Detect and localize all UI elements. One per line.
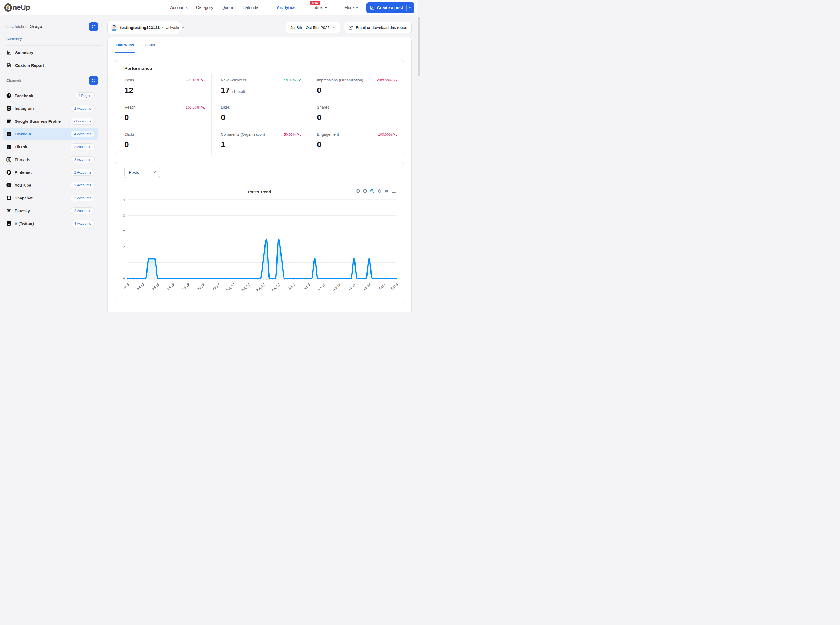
chevron-down-icon <box>181 26 184 28</box>
channel-label: Facebook <box>15 93 33 98</box>
oneup-logo[interactable]: neUp <box>4 3 55 12</box>
refresh-summary-button[interactable] <box>89 22 98 31</box>
svg-text:Sep 21: Sep 21 <box>346 283 356 292</box>
nav-item-label: Analytics <box>277 5 296 10</box>
svg-text:Aug 2: Aug 2 <box>196 283 205 291</box>
svg-text:P: P <box>8 171 10 174</box>
posts-trend-chart[interactable]: 012234Jul 8Jul 13Jul 18Jul 23Jul 28Aug 2… <box>120 196 401 305</box>
sidebar-channel-facebook[interactable]: fFacebook4 Pages <box>3 89 98 102</box>
channel-list: fFacebook4 PagesInstagram2 AccountsGGoog… <box>0 88 101 230</box>
metric-shares: Shares--0 <box>308 101 404 128</box>
scrollbar-thumb[interactable] <box>418 17 420 76</box>
analytics-card: Overview Posts Performance Posts-78.18%1… <box>108 37 412 312</box>
nav-item-calendar[interactable]: Calendar <box>243 5 260 10</box>
channel-label: Snapchat <box>15 196 33 200</box>
svg-text:Jul 13: Jul 13 <box>136 283 145 291</box>
sidebar-channel-x-twitter[interactable]: XX (Twitter)4 Accounts <box>3 217 98 230</box>
chart-metric-select[interactable]: Posts <box>125 166 160 178</box>
facebook-icon: f <box>6 93 11 98</box>
nav-item-more[interactable]: More <box>344 5 359 10</box>
nav-item-queue[interactable]: Queue <box>221 5 234 10</box>
change-value: -- <box>396 106 398 109</box>
chart-toolbar <box>355 189 396 193</box>
channel-label: Bluesky <box>15 208 30 213</box>
account-selector[interactable]: testingtesting123123 • Linkedin <box>108 21 181 34</box>
channel-count-badge: 2 Accounts <box>70 169 95 176</box>
channel-count-badge: 2 Accounts <box>70 143 95 150</box>
sidebar-channel-tiktok[interactable]: ♪TikTok2 Accounts <box>3 140 98 153</box>
sidebar-item-summary[interactable]: Summary <box>0 46 101 59</box>
nav-item-inbox[interactable]: InboxNew <box>312 5 327 10</box>
metric-impressions-organization: Impressions (Organization)-100.00%0 <box>308 74 404 101</box>
bluesky-icon <box>6 208 11 213</box>
svg-text:4: 4 <box>123 198 125 202</box>
pencil-square-icon <box>370 5 374 10</box>
export-label: Email or download this report <box>356 25 407 30</box>
channel-label: Pinterest <box>15 170 32 175</box>
svg-text:Jul 23: Jul 23 <box>166 283 175 291</box>
create-a-post-button[interactable]: Create a post▾ <box>366 2 414 13</box>
date-range-selector[interactable]: Jul 8th - Oct 5th, 2025 <box>286 22 340 33</box>
change-value: -100.00% <box>185 106 199 109</box>
trend-up-icon <box>297 79 302 82</box>
sidebar-channel-youtube[interactable]: YouTube2 Accounts <box>3 179 98 191</box>
nav-item-category[interactable]: Category <box>196 5 214 10</box>
svg-text:Jul 28: Jul 28 <box>181 283 190 291</box>
nav-item-label: Queue <box>221 5 234 10</box>
nav-item-analytics[interactable]: Analytics <box>277 5 296 10</box>
sidebar-channel-threads[interactable]: @Threads2 Accounts <box>3 153 98 166</box>
change-value: -- <box>203 132 206 137</box>
metric-suffix: (1 total) <box>232 89 245 94</box>
sidebar-channel-snapchat[interactable]: Snapchat2 Accounts <box>3 191 98 204</box>
svg-text:Sep 16: Sep 16 <box>331 283 341 292</box>
metrics-grid: Posts-78.18%12New Followers+13.33%17(1 t… <box>115 74 404 155</box>
instagram-icon <box>6 106 11 111</box>
tabs: Overview Posts <box>108 37 411 53</box>
metric-value: 0 <box>317 113 398 122</box>
channel-count-badge: 2 Accounts <box>70 182 95 188</box>
export-report-button[interactable]: Email or download this report <box>344 22 412 33</box>
trend-down-icon <box>201 106 206 109</box>
channel-count-badge: 4 Accounts <box>70 220 95 227</box>
sidebar-channel-pinterest[interactable]: PPinterest2 Accounts <box>3 166 98 179</box>
channel-count-badge: 4 Pages <box>75 92 95 99</box>
channel-label: LinkedIn <box>15 132 31 136</box>
summary-items: SummaryCustom Report <box>0 45 101 72</box>
chevron-down-icon <box>356 7 359 9</box>
metric-clicks: Clicks--0 <box>115 128 212 155</box>
caret-down-icon[interactable]: ▾ <box>409 6 411 9</box>
refresh-channels-button[interactable] <box>89 76 98 85</box>
sidebar-channel-google-business-profile[interactable]: GGoogle Business Profile2 Locations <box>3 115 98 127</box>
selection-zoom-icon[interactable] <box>370 189 374 193</box>
channels-header-label: Channels <box>6 79 22 82</box>
linkedin-icon: in <box>6 132 11 137</box>
zoom-in-icon[interactable] <box>355 189 360 193</box>
sidebar-channel-linkedin[interactable]: inLinkedIn4 Accounts <box>3 127 98 140</box>
chart-metric-value: Posts <box>129 170 139 175</box>
avatar <box>111 24 118 31</box>
channel-label: X (Twitter) <box>15 221 34 226</box>
page-scrollbar[interactable] <box>417 0 420 312</box>
svg-text:Aug 12: Aug 12 <box>225 283 235 292</box>
summary-section-header: Summary <box>0 36 101 42</box>
chevron-down-icon <box>325 7 327 9</box>
channel-count-badge: 2 Locations <box>70 118 95 124</box>
sidebar-item-label: Custom Report <box>15 63 44 68</box>
zoom-out-icon[interactable] <box>363 189 367 193</box>
change-value: -100.00% <box>377 132 392 137</box>
svg-text:@: @ <box>8 158 10 161</box>
nav-item-accounts[interactable]: Accounts <box>170 5 188 10</box>
metric-label: Clicks <box>125 132 135 137</box>
pan-icon[interactable] <box>377 189 382 193</box>
home-icon[interactable] <box>384 189 389 193</box>
tab-posts[interactable]: Posts <box>145 37 155 53</box>
sidebar-item-label: Summary <box>15 50 33 55</box>
metric-value: 0 <box>221 113 302 122</box>
sidebar-item-custom-report[interactable]: Custom Report <box>0 59 101 72</box>
menu-icon[interactable] <box>391 189 396 193</box>
tab-overview[interactable]: Overview <box>115 37 134 53</box>
nav-item-label: Inbox <box>312 5 323 10</box>
logo-text: neUp <box>12 3 30 12</box>
sidebar-channel-instagram[interactable]: Instagram2 Accounts <box>3 102 98 115</box>
sidebar-channel-bluesky[interactable]: Bluesky2 Accounts <box>3 204 98 217</box>
